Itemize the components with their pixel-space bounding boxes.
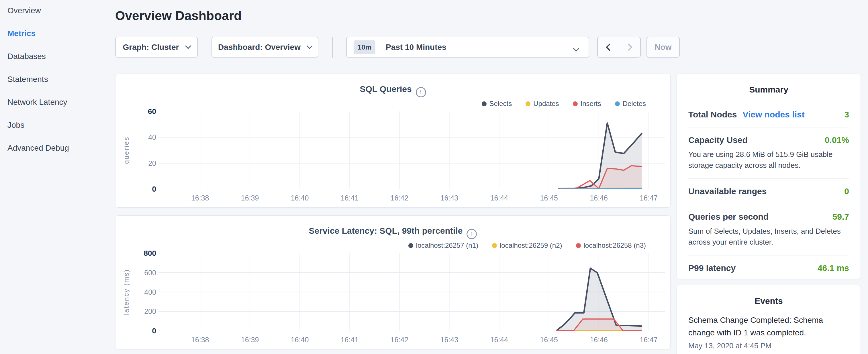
svg-text:16:47: 16:47: [640, 336, 658, 344]
summary-row-capacity-used: Capacity Used 0.01% You are using 28.6 M…: [688, 127, 849, 179]
summary-value: 0: [844, 187, 849, 196]
svg-text:600: 600: [144, 269, 156, 277]
sidebar: Overview Metrics Databases Statements Ne…: [0, 0, 115, 354]
summary-panel: Summary Total Nodes View nodes list 3 Ca…: [677, 74, 861, 279]
time-range-label: Past 10 Minutes: [386, 43, 446, 52]
legend-dot-icon: [482, 101, 487, 106]
time-range-selector[interactable]: 10m Past 10 Minutes: [346, 37, 589, 58]
summary-row-total-nodes: Total Nodes View nodes list 3: [688, 102, 849, 127]
sidebar-item-databases[interactable]: Databases: [7, 53, 69, 60]
sql-queries-chart: SQL Queriesi SelectsUpdatesInsertsDelete…: [116, 74, 670, 207]
sidebar-item-metrics[interactable]: Metrics: [7, 30, 69, 37]
legend-label: localhost:26258 (n3): [584, 242, 646, 250]
summary-value: 46.1 ms: [817, 263, 849, 273]
legend-item[interactable]: Selects: [482, 100, 512, 108]
summary-label: P99 latency: [688, 263, 736, 273]
legend-label: localhost:26257 (n1): [416, 242, 478, 250]
legend-label: Inserts: [581, 100, 601, 108]
info-icon[interactable]: i: [416, 87, 426, 97]
dashboard-dropdown-label: Dashboard: Overview: [218, 43, 301, 52]
chart-legend: SelectsUpdatesInsertsDeletes: [482, 100, 646, 108]
chart-plot: 16:3816:3916:4016:4116:4216:4316:4416:45…: [116, 108, 671, 207]
sidebar-item-jobs[interactable]: Jobs: [7, 121, 69, 129]
prev-time-button[interactable]: [598, 37, 619, 57]
svg-text:16:46: 16:46: [590, 194, 608, 202]
summary-label: Capacity Used: [688, 135, 748, 145]
page-title: Overview Dashboard: [115, 9, 242, 23]
chart-title-row: SQL Queriesi: [116, 84, 670, 97]
graph-dropdown-label: Graph: Cluster: [123, 43, 179, 52]
legend-label: Deletes: [623, 100, 646, 108]
legend-label: Updates: [533, 100, 559, 108]
svg-text:16:45: 16:45: [540, 194, 558, 202]
legend-item[interactable]: localhost:26258 (n3): [576, 242, 646, 250]
sidebar-item-advanced-debug[interactable]: Advanced Debug: [7, 144, 69, 152]
legend-dot-icon: [615, 101, 620, 106]
legend-item[interactable]: localhost:26259 (n2): [492, 242, 562, 250]
controls-bar: Graph: Cluster Dashboard: Overview 10m P…: [115, 37, 680, 58]
legend-item[interactable]: Deletes: [615, 100, 646, 108]
svg-text:200: 200: [144, 307, 156, 315]
svg-text:16:44: 16:44: [490, 194, 508, 202]
svg-text:16:40: 16:40: [291, 336, 309, 344]
legend-item[interactable]: localhost:26257 (n1): [408, 242, 478, 250]
svg-text:16:46: 16:46: [590, 336, 608, 344]
summary-value: 59.7: [833, 212, 849, 222]
svg-text:16:40: 16:40: [291, 194, 309, 202]
sidebar-item-network-latency[interactable]: Network Latency: [7, 98, 69, 106]
legend-dot-icon: [573, 101, 578, 106]
summary-label: Unavailable ranges: [688, 187, 767, 196]
summary-value: 0.01%: [825, 135, 849, 145]
svg-text:16:41: 16:41: [341, 194, 359, 202]
dashboard-dropdown[interactable]: Dashboard: Overview: [212, 37, 318, 58]
legend-dot-icon: [492, 243, 497, 248]
svg-text:16:41: 16:41: [341, 336, 359, 344]
graph-dropdown[interactable]: Graph: Cluster: [115, 37, 198, 58]
chart-legend: localhost:26257 (n1)localhost:26259 (n2)…: [408, 242, 646, 250]
svg-text:16:42: 16:42: [391, 194, 409, 202]
now-button[interactable]: Now: [647, 37, 680, 58]
chevron-right-icon: [625, 43, 632, 51]
legend-label: Selects: [490, 100, 512, 108]
view-nodes-list-link[interactable]: View nodes list: [743, 110, 804, 120]
chevron-down-icon: [185, 43, 191, 49]
event-text: Schema Change Completed: Schema change w…: [688, 314, 849, 339]
time-range-badge: 10m: [353, 40, 375, 54]
svg-text:16:38: 16:38: [191, 336, 209, 344]
summary-value: 3: [844, 110, 849, 120]
summary-row-p99-latency: P99 latency 46.1 ms: [688, 255, 849, 281]
event-item[interactable]: Schema Change Completed: Schema change w…: [677, 306, 861, 350]
svg-text:queries: queries: [122, 136, 130, 164]
service-latency-chart: Service Latency: SQL, 99th percentilei l…: [116, 216, 670, 349]
svg-text:16:45: 16:45: [540, 336, 558, 344]
svg-text:16:39: 16:39: [241, 336, 259, 344]
svg-text:20: 20: [148, 159, 156, 167]
sql-queries-panel: SQL Queriesi SelectsUpdatesInsertsDelete…: [115, 74, 671, 207]
legend-dot-icon: [408, 243, 413, 248]
svg-text:16:39: 16:39: [241, 194, 259, 202]
svg-text:40: 40: [148, 133, 156, 141]
svg-text:16:47: 16:47: [640, 194, 658, 202]
svg-text:16:43: 16:43: [440, 194, 459, 202]
service-latency-panel: Service Latency: SQL, 99th percentilei l…: [115, 215, 671, 349]
summary-row-unavailable-ranges: Unavailable ranges 0: [688, 179, 849, 204]
events-title: Events: [677, 285, 861, 306]
summary-title: Summary: [677, 74, 861, 95]
info-icon[interactable]: i: [467, 229, 477, 239]
chart-title-row: Service Latency: SQL, 99th percentilei: [116, 226, 670, 239]
event-timestamp: May 13, 2020 at 4:45 PM: [688, 342, 849, 350]
legend-item[interactable]: Inserts: [573, 100, 601, 108]
summary-label: Total Nodes: [688, 110, 737, 120]
chevron-left-icon: [606, 43, 613, 51]
svg-text:0: 0: [152, 326, 156, 335]
chevron-down-icon: [573, 45, 579, 52]
legend-item[interactable]: Updates: [526, 100, 559, 108]
next-time-button[interactable]: [619, 37, 640, 57]
summary-description: Sum of Selects, Updates, Inserts, and De…: [688, 226, 849, 248]
svg-text:60: 60: [148, 108, 156, 116]
svg-text:16:38: 16:38: [191, 194, 209, 202]
sidebar-item-statements[interactable]: Statements: [7, 75, 69, 83]
sidebar-item-overview[interactable]: Overview: [7, 7, 69, 14]
summary-description: You are using 28.6 MiB of 515.9 GiB usab…: [688, 149, 849, 171]
svg-text:16:42: 16:42: [391, 336, 409, 344]
